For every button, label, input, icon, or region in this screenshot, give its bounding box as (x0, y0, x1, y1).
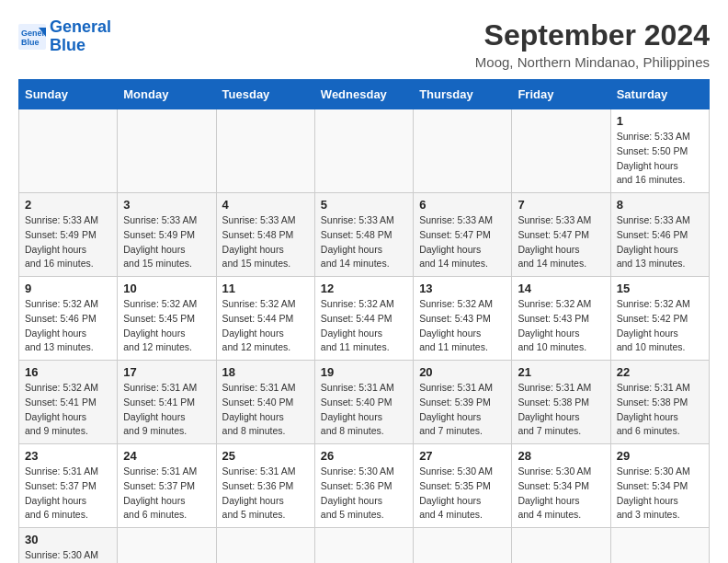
calendar-cell: 4 Sunrise: 5:33 AM Sunset: 5:48 PM Dayli… (216, 193, 314, 277)
day-number: 6 (419, 198, 506, 212)
title-block: September 2024 Moog, Northern Mindanao, … (475, 18, 710, 70)
week-row-6: 30 Sunrise: 5:30 AM Sunset: 5:33 PM Dayl… (19, 528, 710, 564)
day-number: 24 (123, 449, 210, 463)
calendar-cell: 22 Sunrise: 5:31 AM Sunset: 5:38 PM Dayl… (610, 361, 709, 444)
day-info: Sunrise: 5:31 AM Sunset: 5:37 PM Dayligh… (25, 465, 111, 523)
day-info: Sunrise: 5:31 AM Sunset: 5:40 PM Dayligh… (321, 381, 407, 439)
logo-text: General Blue (50, 18, 111, 55)
week-row-3: 9 Sunrise: 5:32 AM Sunset: 5:46 PM Dayli… (19, 277, 710, 361)
calendar-cell: 10 Sunrise: 5:32 AM Sunset: 5:45 PM Dayl… (118, 277, 216, 361)
calendar-cell: 8 Sunrise: 5:33 AM Sunset: 5:46 PM Dayli… (610, 193, 709, 277)
day-info: Sunrise: 5:30 AM Sunset: 5:35 PM Dayligh… (419, 465, 506, 523)
day-info: Sunrise: 5:32 AM Sunset: 5:41 PM Dayligh… (25, 381, 111, 439)
calendar-cell: 13 Sunrise: 5:32 AM Sunset: 5:43 PM Dayl… (414, 277, 512, 361)
calendar-cell (414, 109, 512, 193)
day-number: 7 (518, 198, 604, 212)
day-info: Sunrise: 5:33 AM Sunset: 5:47 PM Dayligh… (518, 213, 604, 271)
header-tuesday: Tuesday (216, 80, 314, 109)
calendar-cell (610, 528, 709, 564)
calendar-cell: 27 Sunrise: 5:30 AM Sunset: 5:35 PM Dayl… (414, 444, 512, 528)
calendar-cell (314, 109, 413, 193)
calendar-cell: 2 Sunrise: 5:33 AM Sunset: 5:49 PM Dayli… (19, 193, 118, 277)
calendar-cell: 25 Sunrise: 5:31 AM Sunset: 5:36 PM Dayl… (216, 444, 314, 528)
calendar-cell: 16 Sunrise: 5:32 AM Sunset: 5:41 PM Dayl… (19, 361, 118, 444)
calendar-cell (118, 528, 216, 564)
day-number: 4 (222, 198, 309, 212)
week-row-5: 23 Sunrise: 5:31 AM Sunset: 5:37 PM Dayl… (19, 444, 710, 528)
day-number: 3 (123, 198, 210, 212)
day-number: 20 (419, 365, 506, 379)
calendar-cell (216, 109, 314, 193)
day-info: Sunrise: 5:31 AM Sunset: 5:38 PM Dayligh… (518, 381, 604, 439)
calendar-cell: 21 Sunrise: 5:31 AM Sunset: 5:38 PM Dayl… (512, 361, 610, 444)
day-number: 14 (518, 282, 604, 295)
day-info: Sunrise: 5:30 AM Sunset: 5:36 PM Dayligh… (321, 465, 407, 523)
day-number: 16 (25, 365, 111, 379)
day-number: 10 (123, 282, 210, 295)
day-number: 2 (25, 198, 111, 212)
day-info: Sunrise: 5:33 AM Sunset: 5:48 PM Dayligh… (222, 213, 309, 271)
calendar-cell: 9 Sunrise: 5:32 AM Sunset: 5:46 PM Dayli… (19, 277, 118, 361)
svg-text:Blue: Blue (21, 38, 40, 47)
calendar-cell: 7 Sunrise: 5:33 AM Sunset: 5:47 PM Dayli… (512, 193, 610, 277)
location-title: Moog, Northern Mindanao, Philippines (475, 54, 710, 70)
calendar-cell: 15 Sunrise: 5:32 AM Sunset: 5:42 PM Dayl… (610, 277, 709, 361)
calendar-cell (19, 109, 118, 193)
day-info: Sunrise: 5:33 AM Sunset: 5:46 PM Dayligh… (617, 213, 703, 271)
day-number: 19 (321, 365, 407, 379)
day-info: Sunrise: 5:33 AM Sunset: 5:48 PM Dayligh… (321, 213, 407, 271)
calendar-cell: 20 Sunrise: 5:31 AM Sunset: 5:39 PM Dayl… (414, 361, 512, 444)
day-number: 23 (25, 449, 111, 463)
header-thursday: Thursday (414, 80, 512, 109)
month-title: September 2024 (475, 18, 710, 52)
day-info: Sunrise: 5:32 AM Sunset: 5:44 PM Dayligh… (222, 297, 309, 355)
calendar-cell: 23 Sunrise: 5:31 AM Sunset: 5:37 PM Dayl… (19, 444, 118, 528)
day-info: Sunrise: 5:32 AM Sunset: 5:43 PM Dayligh… (518, 297, 604, 355)
day-number: 25 (222, 449, 309, 463)
day-info: Sunrise: 5:33 AM Sunset: 5:49 PM Dayligh… (25, 213, 111, 271)
calendar-cell (118, 109, 216, 193)
day-info: Sunrise: 5:33 AM Sunset: 5:49 PM Dayligh… (123, 213, 210, 271)
day-info: Sunrise: 5:31 AM Sunset: 5:39 PM Dayligh… (419, 381, 506, 439)
logo-icon: General Blue (18, 24, 46, 50)
day-info: Sunrise: 5:31 AM Sunset: 5:41 PM Dayligh… (123, 381, 210, 439)
week-row-4: 16 Sunrise: 5:32 AM Sunset: 5:41 PM Dayl… (19, 361, 710, 444)
day-number: 21 (518, 365, 604, 379)
day-info: Sunrise: 5:32 AM Sunset: 5:46 PM Dayligh… (25, 297, 111, 355)
day-info: Sunrise: 5:32 AM Sunset: 5:45 PM Dayligh… (123, 297, 210, 355)
calendar-cell: 19 Sunrise: 5:31 AM Sunset: 5:40 PM Dayl… (314, 361, 413, 444)
day-info: Sunrise: 5:32 AM Sunset: 5:43 PM Dayligh… (419, 297, 506, 355)
day-number: 27 (419, 449, 506, 463)
day-info: Sunrise: 5:31 AM Sunset: 5:37 PM Dayligh… (123, 465, 210, 523)
calendar-cell (216, 528, 314, 564)
calendar-cell: 18 Sunrise: 5:31 AM Sunset: 5:40 PM Dayl… (216, 361, 314, 444)
day-number: 11 (222, 282, 309, 295)
day-info: Sunrise: 5:30 AM Sunset: 5:34 PM Dayligh… (518, 465, 604, 523)
calendar-cell: 28 Sunrise: 5:30 AM Sunset: 5:34 PM Dayl… (512, 444, 610, 528)
calendar-cell: 1 Sunrise: 5:33 AM Sunset: 5:50 PM Dayli… (610, 109, 709, 193)
week-row-1: 1 Sunrise: 5:33 AM Sunset: 5:50 PM Dayli… (19, 109, 710, 193)
day-info: Sunrise: 5:30 AM Sunset: 5:34 PM Dayligh… (617, 465, 703, 523)
header-wednesday: Wednesday (314, 80, 413, 109)
day-info: Sunrise: 5:33 AM Sunset: 5:50 PM Dayligh… (617, 130, 703, 188)
day-info: Sunrise: 5:32 AM Sunset: 5:44 PM Dayligh… (321, 297, 407, 355)
calendar-cell: 3 Sunrise: 5:33 AM Sunset: 5:49 PM Dayli… (118, 193, 216, 277)
calendar-cell (512, 109, 610, 193)
header-saturday: Saturday (610, 80, 709, 109)
calendar-cell: 17 Sunrise: 5:31 AM Sunset: 5:41 PM Dayl… (118, 361, 216, 444)
calendar-cell (314, 528, 413, 564)
calendar-cell: 14 Sunrise: 5:32 AM Sunset: 5:43 PM Dayl… (512, 277, 610, 361)
calendar-table: Sunday Monday Tuesday Wednesday Thursday… (18, 79, 710, 563)
day-number: 5 (321, 198, 407, 212)
calendar-cell: 30 Sunrise: 5:30 AM Sunset: 5:33 PM Dayl… (19, 528, 118, 564)
day-info: Sunrise: 5:32 AM Sunset: 5:42 PM Dayligh… (617, 297, 703, 355)
calendar-cell: 26 Sunrise: 5:30 AM Sunset: 5:36 PM Dayl… (314, 444, 413, 528)
day-number: 15 (617, 282, 703, 295)
calendar-cell: 5 Sunrise: 5:33 AM Sunset: 5:48 PM Dayli… (314, 193, 413, 277)
day-number: 18 (222, 365, 309, 379)
day-info: Sunrise: 5:33 AM Sunset: 5:47 PM Dayligh… (419, 213, 506, 271)
day-number: 28 (518, 449, 604, 463)
header-sunday: Sunday (19, 80, 118, 109)
day-number: 30 (25, 533, 111, 546)
page-header: General Blue General Blue September 2024… (18, 18, 710, 70)
